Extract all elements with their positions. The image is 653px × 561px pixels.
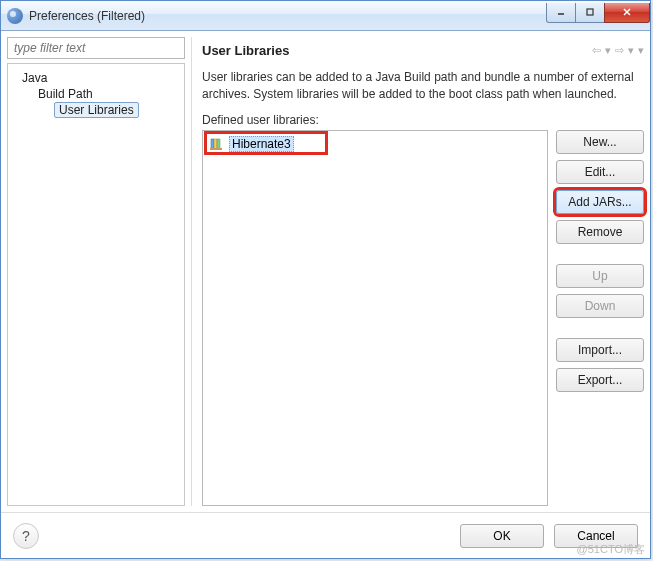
tree-item-java[interactable]: Java — [22, 70, 180, 86]
maximize-button[interactable] — [575, 3, 605, 23]
svg-rect-6 — [217, 139, 220, 149]
svg-rect-5 — [214, 139, 217, 149]
bottom-bar: ? OK Cancel — [1, 512, 650, 558]
back-icon[interactable]: ⇦ — [592, 44, 601, 57]
filter-input[interactable] — [7, 37, 185, 59]
tree-item-user-libraries[interactable]: User Libraries — [54, 102, 139, 118]
tree-item-build-path[interactable]: Build Path — [38, 86, 180, 102]
forward-menu-icon[interactable]: ▾ — [628, 44, 634, 57]
view-menu-icon[interactable]: ▾ — [638, 44, 644, 57]
library-icon — [209, 136, 225, 152]
content-area: Java Build Path User Libraries User Libr… — [1, 31, 650, 512]
remove-button[interactable]: Remove — [556, 220, 644, 244]
help-button[interactable]: ? — [13, 523, 39, 549]
cancel-button[interactable]: Cancel — [554, 524, 638, 548]
defined-libraries-label: Defined user libraries: — [202, 113, 644, 127]
right-pane: User Libraries ⇦ ▾ ⇨ ▾ ▾ User libraries … — [191, 37, 644, 506]
minimize-button[interactable] — [546, 3, 576, 23]
library-list[interactable]: Hibernate3 — [202, 130, 548, 506]
forward-icon[interactable]: ⇨ — [615, 44, 624, 57]
window-controls — [547, 3, 650, 23]
library-name: Hibernate3 — [229, 136, 294, 152]
edit-button[interactable]: Edit... — [556, 160, 644, 184]
down-button[interactable]: Down — [556, 294, 644, 318]
preference-tree[interactable]: Java Build Path User Libraries — [7, 63, 185, 506]
add-jars-button[interactable]: Add JARs... — [556, 190, 644, 214]
history-nav: ⇦ ▾ ⇨ ▾ ▾ — [592, 44, 644, 57]
svg-rect-4 — [211, 139, 214, 149]
app-icon — [7, 8, 23, 24]
preferences-window: Preferences (Filtered) Java Build Path U… — [0, 0, 651, 559]
window-title: Preferences (Filtered) — [29, 9, 547, 23]
svg-rect-1 — [587, 9, 593, 15]
list-item[interactable]: Hibernate3 — [207, 135, 543, 153]
up-button[interactable]: Up — [556, 264, 644, 288]
close-button[interactable] — [604, 3, 650, 23]
back-menu-icon[interactable]: ▾ — [605, 44, 611, 57]
section-header: User Libraries ⇦ ▾ ⇨ ▾ ▾ — [202, 37, 644, 63]
titlebar[interactable]: Preferences (Filtered) — [1, 1, 650, 31]
ok-button[interactable]: OK — [460, 524, 544, 548]
dialog-body: Java Build Path User Libraries User Libr… — [1, 31, 650, 558]
import-button[interactable]: Import... — [556, 338, 644, 362]
new-button[interactable]: New... — [556, 130, 644, 154]
page-description: User libraries can be added to a Java Bu… — [202, 69, 644, 103]
svg-rect-7 — [210, 148, 222, 150]
left-pane: Java Build Path User Libraries — [7, 37, 185, 506]
button-column: New... Edit... Add JARs... Remove Up Dow… — [556, 130, 644, 506]
export-button[interactable]: Export... — [556, 368, 644, 392]
page-title: User Libraries — [202, 43, 592, 58]
libraries-row: Hibernate3 New... Edit... Add JARs... Re… — [202, 130, 644, 506]
